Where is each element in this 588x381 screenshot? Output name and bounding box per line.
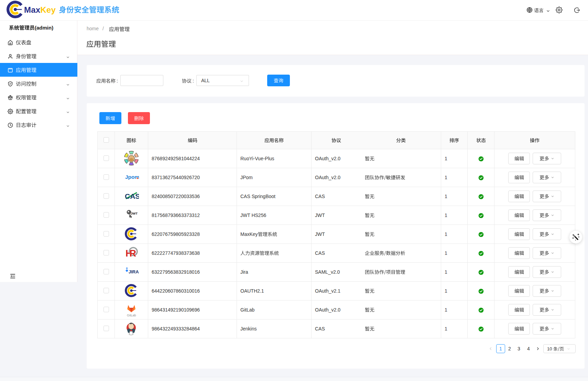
svg-text:CAS: CAS bbox=[125, 192, 139, 200]
svg-text:GitLab: GitLab bbox=[127, 314, 136, 317]
svg-text:JWT: JWT bbox=[131, 211, 138, 215]
svg-text:JIRA: JIRA bbox=[129, 269, 139, 274]
svg-text:Jpom: Jpom bbox=[125, 174, 139, 180]
svg-text:R: R bbox=[130, 248, 137, 259]
